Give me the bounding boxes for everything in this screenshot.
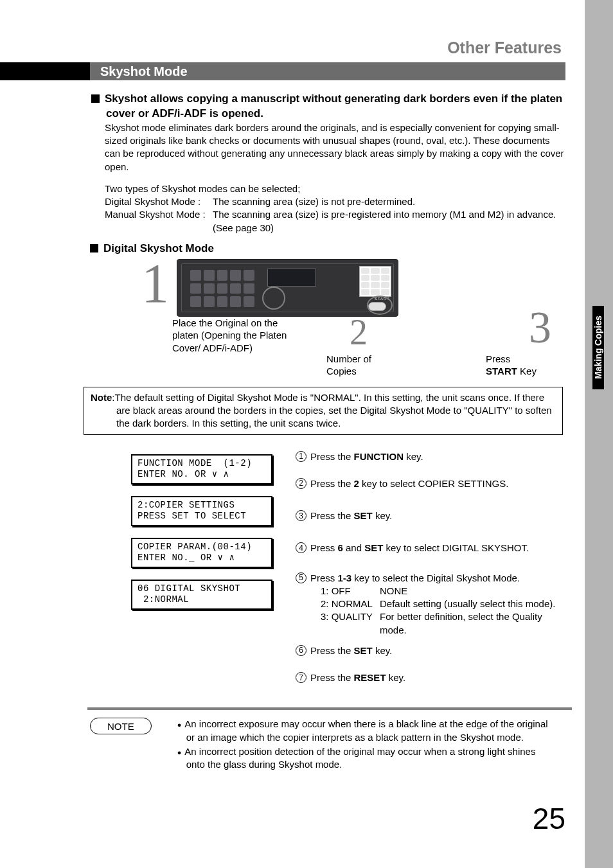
callout-circle-2 xyxy=(262,287,285,310)
mode-normal: 2: NORMAL xyxy=(321,598,380,610)
control-panel-illustration: START xyxy=(177,259,398,317)
mode-list: Digital Skyshot Mode : The scanning area… xyxy=(105,195,565,235)
callout-circle-3 xyxy=(367,296,393,315)
step-1-text: Place the Original on the platen (Openin… xyxy=(172,317,288,355)
intro-heading: Skyshot allows copying a manuscript with… xyxy=(91,92,565,121)
lcd-column: FUNCTION MODE (1-2) ENTER NO. OR ∨ ∧ 2:C… xyxy=(131,454,272,621)
footer-note-1: An incorrect exposure may occur when the… xyxy=(177,718,553,744)
page-number: 25 xyxy=(533,801,565,836)
note-box: Note:The default setting of Digital Skys… xyxy=(84,387,563,435)
digital-mode-desc: The scanning area (size) is not pre-dete… xyxy=(213,195,565,208)
types-intro: Two types of Skyshot modes can be select… xyxy=(105,182,565,195)
footer-note-list: An incorrect exposure may occur when the… xyxy=(177,718,565,772)
step-3-text: Press START Key xyxy=(429,353,564,378)
circled-4-icon: 4 xyxy=(296,542,306,553)
step-number-2: 2 xyxy=(314,314,404,350)
intro-body: Skyshot mode eliminates dark borders aro… xyxy=(105,121,565,173)
keypad-icon xyxy=(359,266,391,297)
manual-mode-desc: The scanning area (size) is pre-register… xyxy=(213,208,565,235)
page-header-title: Other Features xyxy=(90,39,562,57)
lcd-screen-3: COPIER PARAM.(00-14) ENTER NO._ OR ∨ ∧ xyxy=(131,538,272,568)
section-title-bar: Skyshot Mode xyxy=(90,62,565,80)
divider-line xyxy=(87,707,572,710)
circled-7-icon: 7 xyxy=(296,672,306,683)
note-label-oval: NOTE xyxy=(90,718,152,734)
bullet-square-icon xyxy=(91,94,100,103)
step-number-1: 1 xyxy=(141,259,169,308)
digital-mode-label: Digital Skyshot Mode xyxy=(105,196,195,207)
manual-mode-label: Manual Skyshot Mode xyxy=(105,209,200,220)
step-number-3: 3 xyxy=(429,305,564,350)
circled-3-icon: 3 xyxy=(296,510,306,521)
circled-1-icon: 1 xyxy=(296,451,306,462)
circled-6-icon: 6 xyxy=(296,645,306,656)
side-tab-making-copies: Making Copies xyxy=(592,306,604,389)
procedure-steps: 1 Press the FUNCTION key. 2 Press the 2 … xyxy=(296,450,565,685)
footer-note-2: An incorrect position detection of the o… xyxy=(177,745,553,772)
lcd-screen-1: FUNCTION MODE (1-2) ENTER NO. OR ∨ ∧ xyxy=(131,454,272,484)
mode-quality: 3: QUALITY xyxy=(321,610,380,637)
mode-off: 1: OFF xyxy=(321,585,380,598)
lcd-screen-2: 2:COPIER SETTINGS PRESS SET TO SELECT xyxy=(131,496,272,526)
section-bar-stub xyxy=(0,62,90,80)
bullet-square-icon xyxy=(90,244,98,252)
circled-2-icon: 2 xyxy=(296,478,306,489)
circled-5-icon: 5 xyxy=(296,572,306,583)
right-margin-bar xyxy=(585,0,613,868)
step-2-text: Number of Copies xyxy=(314,353,404,378)
lcd-screen-4: 06 DIGITAL SKYSHOT 2:NORMAL xyxy=(131,580,272,610)
